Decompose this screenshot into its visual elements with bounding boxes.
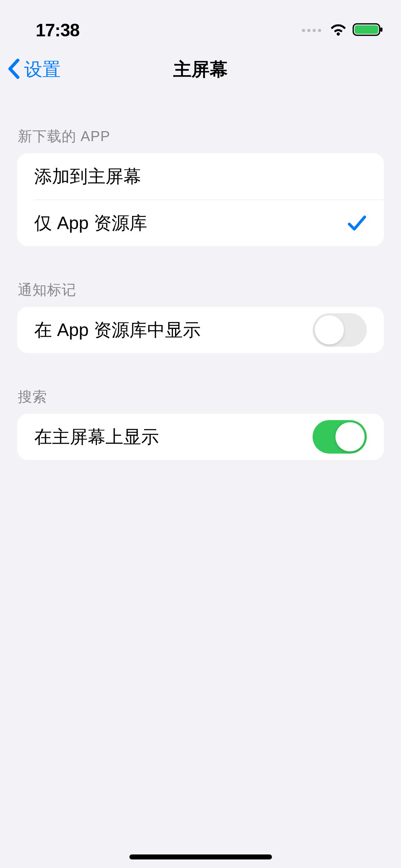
back-label: 设置 <box>24 57 61 82</box>
status-time: 17:38 <box>36 20 79 41</box>
svg-rect-1 <box>355 25 378 34</box>
chevron-left-icon <box>7 58 21 81</box>
toggle-knob <box>335 422 365 451</box>
section-header-badges: 通知标记 <box>0 280 401 300</box>
option-add-to-home[interactable]: 添加到主屏幕 <box>17 153 384 200</box>
battery-icon <box>353 22 383 38</box>
option-label: 添加到主屏幕 <box>34 165 141 188</box>
home-indicator[interactable] <box>129 854 272 859</box>
wifi-icon <box>329 23 348 38</box>
toggle-label: 在 App 资源库中显示 <box>34 318 201 342</box>
page-title: 主屏幕 <box>173 57 228 82</box>
checkmark-icon <box>347 214 367 232</box>
toggle-show-in-app-library[interactable] <box>313 313 367 347</box>
section-header-new-apps: 新下载的 APP <box>0 126 401 146</box>
status-right <box>302 22 383 38</box>
signal-dots-icon <box>302 29 321 32</box>
option-label: 仅 App 资源库 <box>34 211 147 235</box>
navigation-bar: 设置 主屏幕 <box>0 46 401 93</box>
status-bar: 17:38 <box>0 0 401 46</box>
row-show-in-app-library: 在 App 资源库中显示 <box>17 307 384 353</box>
toggle-show-on-home[interactable] <box>313 420 367 454</box>
toggle-label: 在主屏幕上显示 <box>34 425 159 449</box>
toggle-knob <box>315 315 344 345</box>
back-button[interactable]: 设置 <box>7 57 61 82</box>
group-new-apps: 添加到主屏幕 仅 App 资源库 <box>17 153 384 246</box>
group-badges: 在 App 资源库中显示 <box>17 307 384 353</box>
group-search: 在主屏幕上显示 <box>17 414 384 460</box>
row-show-on-home: 在主屏幕上显示 <box>17 414 384 460</box>
svg-rect-2 <box>380 27 382 32</box>
option-app-library-only[interactable]: 仅 App 资源库 <box>17 200 384 246</box>
section-header-search: 搜索 <box>0 387 401 407</box>
